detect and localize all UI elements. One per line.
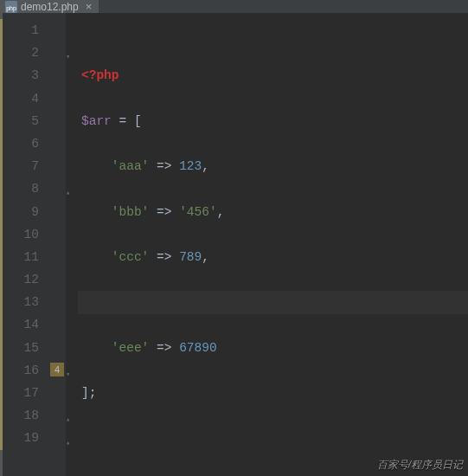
line-number[interactable]: 6 <box>3 132 39 155</box>
line-number[interactable]: 1 <box>3 19 39 42</box>
fold-icon[interactable]: ▾ <box>66 363 70 386</box>
file-tab[interactable]: php demo12.php × <box>0 0 99 13</box>
code-text[interactable]: <?php $arr = [ 'aaa' => 123, 'bbb' => '4… <box>78 13 468 476</box>
fold-icon[interactable]: ▴ <box>66 432 70 454</box>
line-number[interactable]: 8 <box>3 177 39 200</box>
line-number[interactable]: 14 <box>3 313 39 336</box>
line-number[interactable]: 11 <box>3 246 39 268</box>
line-number[interactable]: 3 <box>3 64 39 87</box>
line-number[interactable]: 5 <box>3 110 39 132</box>
line-number[interactable]: 15 <box>3 337 39 359</box>
editor-root: php demo12.php × 1 2 3 4 5 6 7 8 9 10 11… <box>0 0 468 476</box>
fold-icon[interactable]: ▾ <box>66 46 70 68</box>
diff-marker[interactable]: 4 <box>50 363 64 376</box>
fold-icon[interactable]: ▴ <box>66 408 70 431</box>
line-number[interactable]: 12 <box>3 268 39 291</box>
line-number[interactable]: 9 <box>3 201 39 223</box>
svg-text:php: php <box>6 4 16 11</box>
line-number[interactable]: 4 <box>3 87 39 110</box>
diff-gutter: 4 <box>48 13 66 476</box>
line-gutter: 1 2 3 4 5 6 7 8 9 10 11 12 13 14 15 16 1… <box>3 13 48 476</box>
current-line-highlight <box>78 291 468 313</box>
line-number[interactable]: 10 <box>3 223 39 246</box>
line-number[interactable]: 17 <box>3 382 39 404</box>
line-number[interactable]: 18 <box>3 404 39 427</box>
close-icon[interactable]: × <box>86 0 93 13</box>
line-number[interactable]: 13 <box>3 291 39 313</box>
tab-bar: php demo12.php × <box>0 0 468 13</box>
tab-title: demo12.php <box>21 1 79 13</box>
fold-icon[interactable]: ▴ <box>66 182 70 204</box>
line-number[interactable]: 16 <box>3 359 39 382</box>
line-number[interactable]: 19 <box>3 427 39 449</box>
php-file-icon: php <box>5 1 17 13</box>
fold-gutter: ▾ ▴ ▾ ▴ ▴ <box>66 13 78 476</box>
watermark: 百家号/程序员日记 <box>377 458 463 473</box>
line-number[interactable]: 7 <box>3 155 39 177</box>
code-area: 1 2 3 4 5 6 7 8 9 10 11 12 13 14 15 16 1… <box>0 13 468 476</box>
line-number[interactable]: 2 <box>3 42 39 64</box>
